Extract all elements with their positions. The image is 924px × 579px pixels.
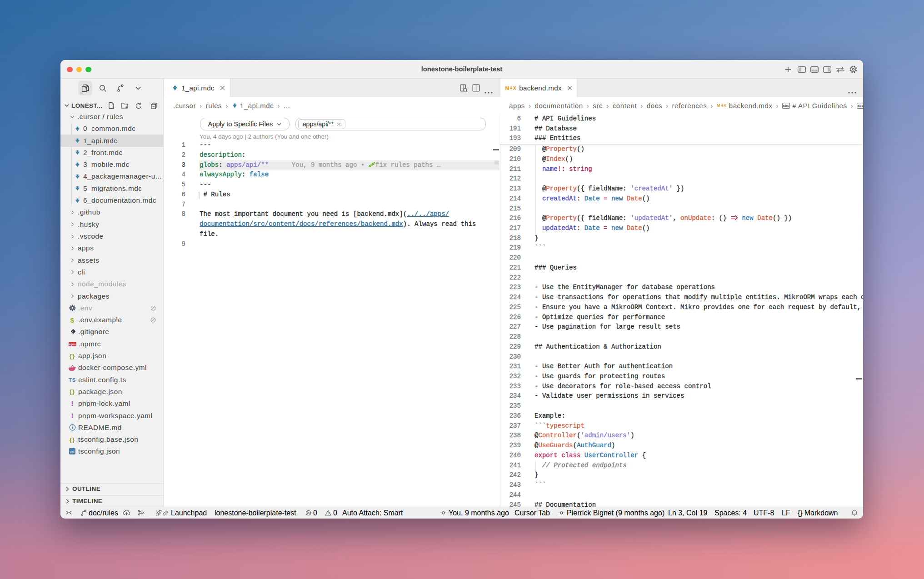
svg-text:TS: TS [70,450,75,454]
svg-text:abc: abc [783,104,789,107]
svg-text:abc: abc [858,104,863,107]
svg-text:npm: npm [69,343,75,346]
